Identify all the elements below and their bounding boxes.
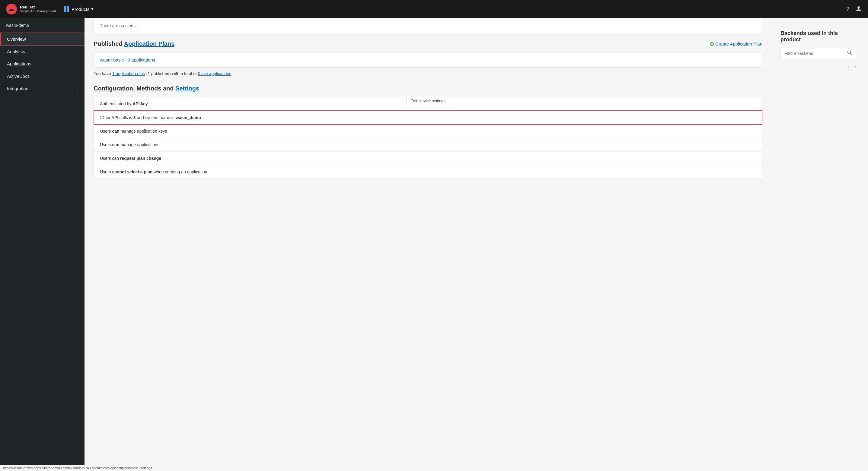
config-row-plan-change: Users can request plan change [94, 152, 762, 165]
topnav-left: Red Hat 3scale API Management Products ▾ [6, 4, 94, 14]
live-apps-link[interactable]: 0 live applications [198, 71, 231, 76]
sidebar-item-label: Applications [7, 61, 31, 66]
search-button[interactable] [847, 51, 852, 56]
config-title: Configuration, Methods and Settings [94, 85, 763, 92]
sidebar-item-label: Overview [7, 36, 26, 42]
sidebar-item-integration[interactable]: Integration › [0, 82, 85, 95]
chevron-down-icon: ▾ [91, 6, 94, 12]
config-row-manage-apps: Users can manage applications [94, 138, 762, 152]
svg-rect-5 [67, 9, 69, 12]
config-card: Edit service settings Authenticated by A… [94, 97, 763, 179]
main-layout: wasm-demo Overview Analytics › Applicati… [0, 18, 868, 465]
sidebar-item-label: Integration [7, 86, 28, 91]
app-plan-count-link[interactable]: 1 application plan [112, 71, 145, 76]
help-icon: ? [846, 6, 849, 12]
content-area: There are no alerts. Published Applicati… [85, 18, 868, 465]
settings-link[interactable]: Settings [175, 85, 199, 92]
auth-mode: API key [132, 101, 148, 106]
svg-point-6 [858, 6, 860, 9]
statusbar: https://3scale-admin.apps.cluster-nmid8.… [0, 465, 868, 471]
pagination-row: ‹ › [774, 64, 862, 69]
application-plans-section: Published Application Plans ⊕ Create App… [94, 40, 763, 76]
title-comma: , [133, 85, 136, 92]
alert-text: There are no alerts. [100, 23, 137, 28]
sidebar-item-overview[interactable]: Overview [0, 33, 85, 45]
main-content: There are no alerts. Published Applicati… [85, 18, 771, 465]
edit-service-settings-button[interactable]: Edit service settings [406, 97, 450, 105]
prev-page-button[interactable]: ‹ [848, 64, 849, 69]
config-row-select-plan: Users cannot select a plan when creating… [94, 165, 762, 178]
plan-name-link[interactable]: wasm-basic [100, 57, 124, 62]
backends-search-input[interactable] [784, 51, 847, 56]
plan-card: wasm-basic - 0 applications [94, 52, 763, 68]
svg-rect-3 [67, 6, 69, 9]
svg-rect-4 [64, 9, 66, 12]
chevron-right-icon: › [77, 49, 79, 54]
svg-rect-2 [64, 6, 66, 9]
topnav-right: ? [846, 5, 862, 13]
products-icon [63, 6, 70, 12]
sidebar-item-label: Analytics [7, 49, 25, 54]
plan-apps-link[interactable]: 0 applications [128, 57, 155, 62]
alert-bar: There are no alerts. [94, 18, 763, 33]
section-title: Published Application Plans [94, 40, 175, 47]
products-label: Products [71, 7, 89, 12]
svg-line-8 [850, 54, 852, 55]
configuration-link[interactable]: Configuration [94, 85, 133, 92]
user-icon [855, 7, 862, 13]
plan-separator: - [124, 58, 127, 62]
svg-point-1 [9, 9, 14, 11]
sidebar-product-name: wasm-demo [0, 18, 85, 33]
methods-link[interactable]: Methods [136, 85, 161, 92]
create-application-plan-button[interactable]: ⊕ Create Application Plan [710, 41, 763, 47]
config-row-id: ID for API calls is 3 and system name is… [94, 110, 763, 125]
backends-title: Backends used in this product [774, 24, 862, 43]
system-name: wasm_demo [176, 115, 201, 120]
create-btn-label: Create Application Plan [715, 41, 763, 46]
title-and: and [161, 85, 175, 92]
products-button[interactable]: Products ▾ [63, 6, 94, 12]
brand-top: Red Hat [20, 5, 56, 10]
chevron-right-icon: › [77, 62, 79, 66]
svg-point-7 [848, 51, 851, 54]
next-page-button[interactable]: › [855, 64, 856, 69]
sidebar-item-label: ActiveDocs [7, 74, 30, 79]
plan-summary: You have 1 application plan (1 published… [94, 71, 763, 76]
config-section: Configuration, Methods and Settings Edit… [94, 85, 763, 179]
api-id: 3 [133, 115, 136, 120]
status-url: https://3scale-admin.apps.cluster-nmid8.… [3, 466, 152, 470]
help-button[interactable]: ? [846, 6, 849, 12]
sidebar-item-activedocs[interactable]: ActiveDocs [0, 70, 85, 82]
brand: Red Hat 3scale API Management [6, 4, 56, 14]
application-plans-link[interactable]: Application Plans [124, 40, 175, 47]
chevron-right-icon: › [77, 87, 79, 91]
backends-panel: Backends used in this product ‹ › [771, 18, 868, 465]
section-title-prefix: Published [94, 40, 124, 47]
top-nav: Red Hat 3scale API Management Products ▾… [0, 0, 868, 18]
sidebar-item-analytics[interactable]: Analytics › [0, 45, 85, 58]
backends-search-wrap [780, 48, 856, 59]
brand-bottom: 3scale API Management [20, 9, 56, 13]
redhat-logo-icon [6, 4, 17, 14]
plus-icon: ⊕ [710, 41, 714, 47]
sidebar-item-applications[interactable]: Applications › [0, 58, 85, 70]
search-icon [847, 51, 852, 55]
sidebar: wasm-demo Overview Analytics › Applicati… [0, 18, 85, 465]
user-button[interactable] [855, 5, 862, 13]
section-header: Published Application Plans ⊕ Create App… [94, 40, 763, 47]
config-row-manage-keys: Users can manage application keys [94, 125, 762, 138]
